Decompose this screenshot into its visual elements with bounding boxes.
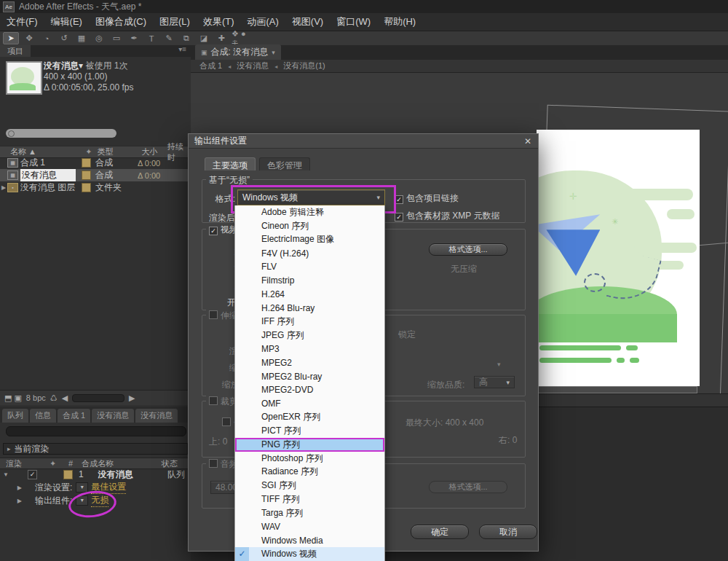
format-option[interactable]: WAV — [235, 520, 384, 534]
tool-icon[interactable]: ▭ — [109, 33, 124, 44]
format-option[interactable]: JPEG 序列 — [235, 329, 384, 342]
menu-item[interactable]: 文件(F) — [0, 15, 44, 28]
tab-color-management[interactable]: 色彩管理 — [259, 157, 310, 170]
crop-top-field[interactable]: 上: 0 — [209, 436, 227, 448]
format-option[interactable]: PICT 序列 — [235, 424, 384, 438]
tool-icon[interactable]: ✒ — [127, 33, 141, 44]
menu-item[interactable]: 视图(V) — [285, 15, 330, 28]
search-input[interactable] — [6, 129, 116, 138]
scroll-left-icon[interactable]: ◀ — [62, 393, 68, 403]
breadcrumb-item[interactable]: 合成 1 — [199, 60, 222, 71]
tool-icon[interactable]: ◪ — [197, 33, 211, 44]
item-name[interactable]: 没有消息 图层 — [20, 181, 76, 194]
ok-button[interactable]: 确定 — [411, 525, 469, 539]
column-render[interactable]: 渲染 — [0, 458, 50, 469]
crop-right-field[interactable]: 右: 0 — [499, 434, 517, 447]
bottom-tab[interactable]: 合成 1 — [58, 409, 90, 423]
collapse-icon[interactable]: ▼ — [0, 471, 12, 478]
format-options-button[interactable]: 格式选项... — [429, 243, 507, 256]
format-option[interactable]: ✓ Windows 视频 — [235, 547, 384, 561]
format-option[interactable]: Adobe 剪辑注释 — [235, 205, 384, 219]
format-option[interactable]: Radiance 序列 — [235, 466, 384, 479]
tool-icon[interactable]: ▦ — [74, 33, 89, 44]
format-option[interactable]: PNG 序列 — [235, 438, 384, 452]
preview-comp-name[interactable]: 没有消息▾ — [44, 60, 83, 71]
bottom-tab[interactable]: 信息 — [30, 409, 56, 423]
column-number[interactable]: # — [68, 459, 82, 468]
tool-icon[interactable]: ✎ — [162, 33, 176, 44]
footer-icons[interactable]: ⬒ ▣ — [4, 393, 22, 403]
breadcrumb-item[interactable]: 没有消息(1) — [269, 60, 325, 71]
format-option[interactable]: Photoshop 序列 — [235, 452, 384, 466]
render-queue-row[interactable]: ▼ ✓ 1 没有消息 队列 — [0, 468, 191, 480]
menu-item[interactable]: 效果(T) — [197, 15, 241, 28]
breadcrumb-item[interactable]: 没有消息 — [222, 60, 269, 71]
bottom-tab[interactable]: 没有消息 — [92, 409, 134, 423]
queue-comp-name[interactable]: 没有消息 — [98, 468, 133, 481]
format-option[interactable]: MPEG2-DVD — [235, 383, 384, 397]
render-checkbox[interactable]: ✓ — [28, 470, 37, 479]
column-tag-icon[interactable]: ✦ — [50, 459, 68, 468]
audio-format-options-button[interactable]: 格式选项... — [429, 481, 507, 493]
format-option[interactable]: IFF 序列 — [235, 315, 384, 329]
tool-icon[interactable]: ⧉ — [179, 33, 194, 44]
format-option[interactable]: MP3 — [235, 342, 384, 356]
trash-icon[interactable]: ♺ — [50, 393, 58, 403]
column-type[interactable]: 类型 — [98, 146, 142, 157]
close-icon[interactable]: ✕ — [524, 136, 531, 146]
format-option[interactable]: Targa 序列 — [235, 506, 384, 520]
tool-icon[interactable]: ◔ — [39, 33, 54, 44]
format-option[interactable]: Windows Media — [235, 533, 384, 547]
column-status[interactable]: 状态 — [162, 458, 191, 469]
chevron-down-icon[interactable]: ▾ — [272, 49, 275, 56]
bottom-tab[interactable]: 队列 — [2, 409, 28, 423]
format-option[interactable]: H.264 — [235, 288, 384, 302]
tool-icon[interactable]: ➤ — [3, 32, 19, 44]
label-color-chip[interactable] — [82, 158, 91, 168]
project-row[interactable]: ▶ ▪ 没有消息 图层 文件夹 — [0, 181, 191, 194]
tool-icon[interactable]: ❖ ● ⁜ — [232, 33, 246, 44]
tool-icon[interactable]: ↺ — [57, 33, 71, 44]
comp-canvas[interactable]: ✛ ✳ — [537, 130, 700, 386]
menu-item[interactable]: 编辑(E) — [44, 15, 89, 28]
label-color-chip[interactable] — [82, 183, 91, 192]
format-option[interactable]: SGI 序列 — [235, 479, 384, 493]
format-option[interactable]: ElectricImage 图像 — [235, 233, 384, 247]
stretch-quality-dropdown[interactable]: 高▾ — [474, 376, 515, 388]
expand-icon[interactable]: ▸ — [7, 445, 11, 452]
item-name[interactable]: 合成 1 — [20, 157, 76, 169]
tool-icon[interactable]: ◎ — [92, 33, 106, 44]
expand-icon[interactable]: ▶ — [0, 498, 25, 504]
format-option[interactable]: MPEG2 — [235, 356, 384, 369]
format-option[interactable]: Cineon 序列 — [235, 219, 384, 233]
format-option[interactable]: MPEG2 Blu-ray — [235, 369, 384, 383]
project-row[interactable]: ▦ 没有消息 合成 Δ 0:00 — [0, 169, 191, 181]
format-option[interactable]: FLV — [235, 260, 384, 274]
include-xmp-checkbox[interactable]: ✓包含素材源 XMP 元数据 — [395, 210, 499, 222]
tool-icon[interactable]: T — [144, 33, 159, 44]
column-size[interactable]: 大小 — [141, 146, 167, 157]
project-row[interactable]: ▦ 合成 1 合成 Δ 0:00 — [0, 157, 191, 169]
tool-icon[interactable]: ✥ — [22, 33, 36, 44]
menu-item[interactable]: 图像合成(C) — [89, 15, 153, 28]
column-tag-icon[interactable]: ✦ — [80, 147, 98, 157]
bottom-tab[interactable]: 没有消息 — [135, 409, 178, 423]
format-option[interactable]: OMF — [235, 397, 384, 411]
scroll-right-icon[interactable]: ▶ — [129, 393, 135, 403]
include-project-link-checkbox[interactable]: ✓包含项目链接 — [395, 192, 459, 205]
tab-composition[interactable]: ▣ 合成: 没有消息 ▾ — [195, 44, 281, 60]
checkbox-icon[interactable]: ✓ — [395, 195, 403, 204]
format-dropdown[interactable]: Windows 视频 ▾ — [237, 189, 385, 205]
expand-icon[interactable]: ▶ — [0, 484, 25, 491]
current-render-bar[interactable]: ▸ 当前渲染 — [3, 443, 188, 455]
menu-item[interactable]: 动画(A) — [241, 15, 285, 28]
tab-project[interactable]: 项目 — [0, 45, 31, 57]
tool-icon[interactable]: ✚ — [214, 33, 229, 44]
tab-main-options[interactable]: 主要选项 — [205, 157, 256, 170]
menu-item[interactable]: 窗口(W) — [330, 15, 377, 28]
format-option[interactable]: OpenEXR 序列 — [235, 410, 384, 424]
format-option[interactable]: H.264 Blu-ray — [235, 301, 384, 315]
label-color-chip[interactable] — [82, 170, 91, 180]
dropdown-icon[interactable]: ▾ — [76, 482, 88, 493]
label-color-chip[interactable] — [63, 470, 73, 479]
